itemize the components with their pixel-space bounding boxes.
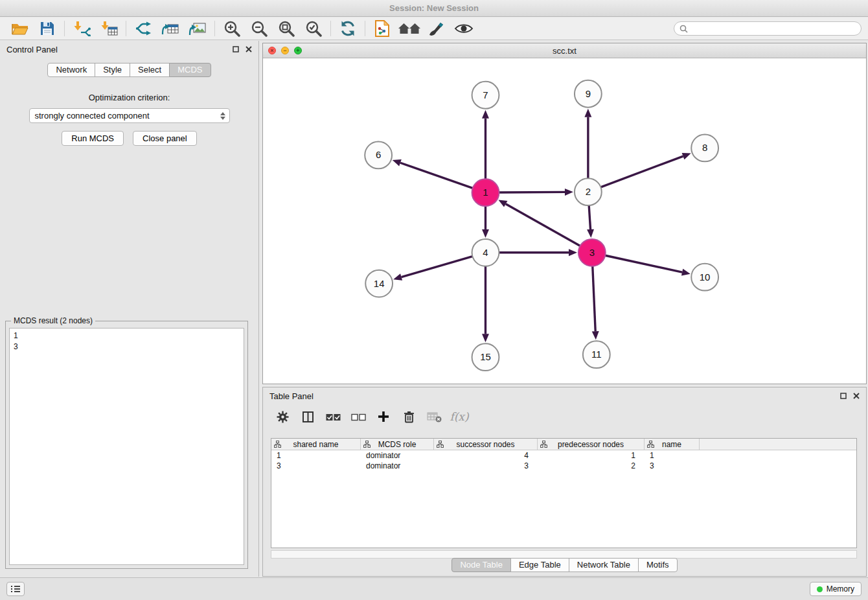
node-label: 15 — [480, 351, 491, 362]
tab-mcds[interactable]: MCDS — [169, 63, 211, 77]
graph-edge-2-3[interactable] — [589, 205, 590, 229]
edge-arrowhead-icon — [584, 109, 591, 117]
export-network-document-button[interactable] — [369, 19, 396, 38]
table-cell[interactable]: 3 — [271, 461, 361, 470]
deselect-all-columns-button[interactable] — [349, 408, 367, 426]
task-history-button[interactable] — [6, 582, 25, 596]
graph-edge-1-2[interactable] — [499, 192, 565, 192]
table-cell[interactable]: 1 — [538, 451, 645, 460]
graph-node-4[interactable]: 4 — [472, 239, 499, 266]
zoom-selected-button[interactable] — [300, 19, 327, 38]
zoom-in-button[interactable] — [218, 19, 246, 38]
search-input[interactable] — [692, 24, 856, 33]
close-panel-button[interactable]: Close panel — [133, 131, 197, 146]
graph-edge-3-11[interactable] — [593, 266, 595, 332]
minimize-window-icon[interactable]: − — [281, 47, 289, 54]
zoom-window-icon[interactable]: + — [294, 47, 302, 54]
memory-button[interactable]: Memory — [810, 582, 862, 596]
settings-gear-button[interactable] — [273, 408, 291, 426]
tab-select[interactable]: Select — [130, 63, 170, 77]
function-builder-button[interactable]: f(x) — [450, 408, 468, 426]
graph-edge-4-14[interactable] — [402, 257, 473, 277]
mcds-result-text[interactable]: 1 3 — [9, 328, 244, 565]
column-header-predecessor-nodes[interactable]: predecessor nodes — [538, 439, 645, 450]
column-header-shared-name[interactable]: shared name — [271, 439, 361, 450]
table-row[interactable]: 3dominator323 — [271, 461, 856, 471]
tab-motifs[interactable]: Motifs — [638, 558, 678, 572]
tab-network-table[interactable]: Network Table — [569, 558, 639, 572]
column-header-mcds-role[interactable]: MCDS role — [361, 439, 434, 450]
graph-node-15[interactable]: 15 — [472, 343, 499, 371]
save-session-icon — [40, 21, 54, 36]
clone-network-button[interactable] — [130, 19, 157, 38]
network-window-titlebar[interactable]: × − + scc.txt — [263, 43, 866, 58]
close-table-panel-icon[interactable] — [853, 393, 860, 399]
export-image-button[interactable] — [184, 19, 211, 38]
column-header-icon — [540, 441, 547, 448]
graph-node-9[interactable]: 9 — [575, 80, 602, 108]
network-canvas[interactable]: 7968124314101511 — [263, 59, 866, 384]
node-label: 8 — [702, 142, 707, 153]
float-panel-icon[interactable] — [233, 46, 239, 52]
search-field[interactable] — [674, 21, 862, 36]
tab-edge-table[interactable]: Edge Table — [510, 558, 569, 572]
network-graph[interactable]: 7968124314101511 — [263, 59, 866, 384]
add-column-button[interactable] — [374, 408, 393, 426]
import-table-button[interactable] — [95, 19, 122, 38]
table-cell[interactable]: 1 — [645, 451, 700, 460]
graph-node-3[interactable]: 3 — [578, 239, 606, 266]
tab-network[interactable]: Network — [47, 63, 95, 77]
open-session-button[interactable] — [6, 19, 34, 38]
table-cell[interactable]: dominator — [361, 451, 434, 460]
criterion-dropdown[interactable]: strongly connected component — [29, 108, 230, 123]
graph-node-10[interactable]: 10 — [691, 264, 718, 291]
graph-edge-3-1[interactable] — [506, 204, 580, 246]
save-session-button[interactable] — [34, 19, 61, 38]
select-all-columns-button[interactable] — [324, 408, 342, 426]
import-network-button[interactable] — [68, 19, 95, 38]
graph-edge-1-6[interactable] — [400, 163, 473, 188]
graph-node-2[interactable]: 2 — [575, 178, 602, 205]
eye-button[interactable] — [450, 19, 477, 38]
float-table-panel-icon[interactable] — [840, 393, 847, 399]
tab-node-table[interactable]: Node Table — [451, 558, 511, 572]
zoom-in-icon — [223, 20, 240, 37]
mcds-result-title: MCDS result (2 nodes) — [11, 316, 95, 325]
import-table-icon — [100, 21, 118, 36]
table-cell[interactable]: 4 — [434, 451, 538, 460]
close-panel-icon[interactable] — [246, 46, 252, 52]
graph-node-7[interactable]: 7 — [472, 82, 499, 109]
table-cell[interactable]: dominator — [361, 461, 434, 470]
column-header-name[interactable]: name — [645, 439, 700, 450]
column-layout-button[interactable] — [299, 408, 317, 426]
table-cell[interactable]: 3 — [645, 461, 700, 470]
column-header-successor-nodes[interactable]: successor nodes — [434, 439, 538, 450]
delete-table-icon — [427, 411, 442, 422]
delete-table-button[interactable] — [425, 408, 443, 426]
graph-edge-2-8[interactable] — [600, 156, 683, 187]
graph-node-6[interactable]: 6 — [365, 141, 392, 168]
style-brush-button[interactable] — [423, 19, 450, 38]
export-network-document-icon — [374, 20, 390, 37]
table-cell[interactable]: 1 — [271, 451, 361, 460]
run-mcds-button[interactable]: Run MCDS — [62, 131, 124, 146]
zoom-fit-button[interactable] — [273, 19, 300, 38]
toolbar-separator — [64, 21, 65, 36]
table-row[interactable]: 1dominator411 — [271, 450, 856, 461]
main-toolbar — [0, 17, 868, 40]
network-from-table-button[interactable] — [157, 19, 184, 38]
close-window-icon[interactable]: × — [268, 47, 276, 54]
refresh-layout-button[interactable] — [334, 19, 361, 38]
graph-edge-3-10[interactable] — [605, 255, 682, 272]
titlebar[interactable]: Session: New Session — [0, 0, 868, 17]
graph-node-1[interactable]: 1 — [472, 179, 499, 206]
table-cell[interactable]: 2 — [538, 461, 645, 470]
table-cell[interactable]: 3 — [434, 461, 538, 470]
home-button[interactable] — [396, 19, 423, 38]
graph-node-14[interactable]: 14 — [365, 270, 393, 297]
delete-column-button[interactable] — [400, 408, 418, 426]
tab-style[interactable]: Style — [95, 63, 130, 77]
zoom-out-button[interactable] — [246, 19, 273, 38]
graph-node-8[interactable]: 8 — [691, 135, 718, 162]
graph-node-11[interactable]: 11 — [583, 341, 610, 368]
